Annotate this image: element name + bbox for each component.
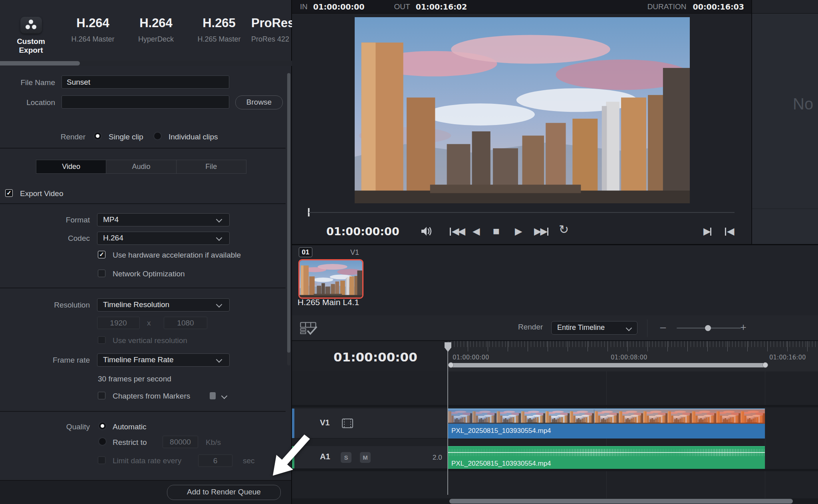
- zoom-slider-knob[interactable]: [705, 325, 711, 331]
- video-clip[interactable]: PXL_20250815_103930554.mp4: [448, 409, 765, 439]
- a1-track-header[interactable]: A1 S M 2.0: [292, 446, 448, 469]
- render-all-icon[interactable]: [300, 322, 318, 335]
- export-video-label: Export Video: [20, 189, 63, 198]
- zoom-in-button[interactable]: +: [738, 321, 749, 333]
- loop-icon[interactable]: ↻: [559, 223, 569, 236]
- fps-text: 30 frames per second: [98, 375, 171, 383]
- format-label: Format: [0, 216, 90, 224]
- add-to-render-queue-button[interactable]: Add to Render Queue: [167, 485, 281, 500]
- limit-value-input[interactable]: 6: [198, 454, 232, 467]
- individual-clips-label: Individual clips: [169, 133, 218, 141]
- tab-file[interactable]: File: [177, 160, 246, 173]
- range-handle-left[interactable]: [448, 362, 454, 368]
- preset-title: H.265: [188, 16, 250, 30]
- range-handle-right[interactable]: [762, 362, 768, 368]
- timeline-timecode-block: 01:00:00:00: [292, 341, 448, 371]
- go-to-first-frame-icon[interactable]: ◀◀: [449, 224, 464, 238]
- tab-audio[interactable]: Audio: [106, 160, 176, 173]
- timeline-horizontal-scrollbar[interactable]: [292, 498, 818, 504]
- timeline-ruler[interactable]: 01:00:00:00 01:00:08:00 01:00:16:00: [448, 341, 818, 371]
- quality-label: Quality: [0, 423, 90, 431]
- preset-h264-master[interactable]: H.264 H.264 Master: [62, 0, 124, 60]
- restrict-value-input[interactable]: 80000: [163, 436, 198, 448]
- resolution-label: Resolution: [0, 301, 90, 310]
- settings-scrollbar[interactable]: [287, 73, 290, 365]
- go-to-last-frame-icon[interactable]: ▶▶: [534, 224, 549, 238]
- out-label: OUT: [394, 2, 410, 11]
- track-separator: [292, 469, 818, 471]
- video-preview[interactable]: [355, 17, 690, 203]
- chapters-checkbox[interactable]: [98, 392, 105, 399]
- preset-subtitle: HyperDeck: [125, 35, 187, 44]
- preset-h265-master[interactable]: H.265 H.265 Master: [188, 0, 250, 60]
- viewer-timecode: 01:00:00:00: [326, 225, 399, 238]
- preset-custom-export[interactable]: Custom Export: [4, 0, 58, 60]
- quality-automatic-radio[interactable]: [98, 422, 107, 430]
- individual-clips-radio[interactable]: [153, 132, 162, 140]
- location-input[interactable]: [62, 95, 229, 109]
- file-name-label: File Name: [0, 78, 55, 87]
- file-name-input[interactable]: Sunset: [62, 75, 229, 89]
- preset-strip: Custom Export H.264 H.264 Master H.264 H…: [0, 0, 292, 60]
- preset-hyperdeck[interactable]: H.264 HyperDeck: [125, 0, 187, 60]
- network-opt-checkbox[interactable]: [98, 270, 105, 277]
- single-clip-label: Single clip: [109, 133, 143, 141]
- preset-title: H.264: [62, 16, 124, 30]
- audio-channel-label: 2.0: [433, 454, 442, 462]
- format-select[interactable]: MP4: [97, 213, 230, 226]
- divider: [0, 411, 286, 412]
- codec-select[interactable]: H.264: [97, 232, 230, 245]
- preset-custom-label: Custom Export: [4, 37, 58, 55]
- in-label: IN: [300, 2, 308, 11]
- ruler-tick-label: 01:00:08:00: [611, 354, 647, 361]
- hw-accel-checkbox[interactable]: ✓: [98, 251, 105, 258]
- res-width-input[interactable]: 1920: [97, 317, 140, 329]
- vertical-res-checkbox[interactable]: [98, 336, 105, 344]
- viewer-top-bar: IN 01:00:00:00 OUT 01:00:16:02 DURATION …: [292, 0, 751, 14]
- play-to-out-icon[interactable]: ▶: [703, 224, 712, 238]
- transport-controls: 01:00:00:00 ◀◀ ◀ ■ ▶ ▶▶ ↻ ▶ ◀: [292, 219, 751, 244]
- solo-button[interactable]: S: [341, 452, 351, 463]
- resolution-select[interactable]: Timeline Resolution: [97, 298, 230, 312]
- quality-automatic-label: Automatic: [113, 423, 146, 431]
- render-label: Render: [0, 133, 85, 141]
- preset-strip-scrollbar[interactable]: [0, 61, 292, 66]
- v1-track-name: V1: [320, 418, 330, 427]
- speaker-icon[interactable]: [420, 225, 433, 238]
- export-video-checkbox[interactable]: ✓: [5, 189, 13, 197]
- tab-video[interactable]: Video: [36, 160, 106, 173]
- preset-subtitle: ProRes 422: [251, 35, 292, 44]
- res-height-input[interactable]: 1080: [164, 317, 207, 329]
- audio-track-row: A1 S M 2.0 PXL_20250815_103930554.mp4: [292, 446, 818, 469]
- chevron-down-icon[interactable]: [221, 393, 228, 399]
- limit-data-rate-checkbox[interactable]: [98, 456, 105, 464]
- timeline-tracks: V1: [292, 371, 818, 504]
- quality-restrict-radio[interactable]: [98, 437, 107, 446]
- hw-accel-label: Use hardware acceleration if available: [113, 251, 241, 260]
- play-from-in-icon[interactable]: ◀: [724, 224, 733, 238]
- audio-clip[interactable]: PXL_20250815_103930554.mp4: [448, 446, 765, 469]
- play-icon[interactable]: ▶: [515, 224, 521, 238]
- render-range-label: Render: [518, 323, 543, 331]
- play-reverse-icon[interactable]: ◀: [473, 224, 478, 238]
- marker-color-icon[interactable]: [210, 392, 216, 399]
- v1-track-header[interactable]: V1: [292, 409, 448, 439]
- single-clip-radio[interactable]: [93, 132, 102, 140]
- ruler-tick-label: 01:00:16:00: [769, 354, 806, 361]
- mute-button[interactable]: M: [360, 452, 371, 463]
- timeline-ruler-row: 01:00:00:00 01:00:00:00 01:00:08:00 01:0…: [292, 341, 818, 371]
- codec-label: Codec: [0, 234, 90, 243]
- timeline-range-scrollbar[interactable]: [449, 363, 767, 367]
- scrub-bar[interactable]: [309, 212, 735, 213]
- viewer-panel: IN 01:00:00:00 OUT 01:00:16:02 DURATION …: [292, 0, 751, 245]
- timeline-playhead-line: [447, 351, 448, 495]
- stop-icon[interactable]: ■: [493, 224, 498, 238]
- zoom-out-button[interactable]: –: [657, 321, 669, 333]
- render-range-select[interactable]: Entire Timeline: [551, 321, 637, 335]
- frame-rate-select[interactable]: Timeline Frame Rate: [97, 353, 230, 367]
- preset-prores[interactable]: ProRes ProRes 422: [251, 0, 292, 60]
- film-frame-icon[interactable]: [341, 418, 353, 429]
- quality-restrict-label: Restrict to: [113, 438, 147, 447]
- selected-clip-thumbnail[interactable]: [298, 259, 363, 299]
- browse-button[interactable]: Browse: [235, 95, 283, 109]
